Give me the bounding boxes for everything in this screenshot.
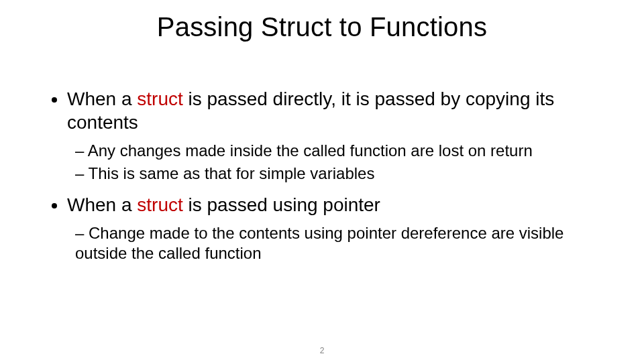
sub-bullet-item: This is same as that for simple variable…	[75, 164, 598, 184]
bullet-text-post: is passed using pointer	[183, 194, 380, 215]
sub-bullet-list: Change made to the contents using pointe…	[67, 223, 598, 263]
bullet-text-pre: When a	[67, 88, 137, 109]
sub-bullet-item: Change made to the contents using pointe…	[75, 223, 598, 263]
bullet-text-pre: When a	[67, 194, 137, 215]
slide: Passing Struct to Functions When a struc…	[0, 0, 644, 362]
sub-bullet-item: Any changes made inside the called funct…	[75, 141, 598, 161]
bullet-item: When a struct is passed using pointer Ch…	[67, 193, 598, 263]
page-number: 2	[0, 346, 644, 355]
bullet-keyword: struct	[137, 88, 182, 109]
bullet-keyword: struct	[137, 194, 182, 215]
slide-content: When a struct is passed directly, it is …	[48, 87, 598, 273]
slide-title: Passing Struct to Functions	[0, 12, 644, 42]
sub-bullet-list: Any changes made inside the called funct…	[67, 141, 598, 184]
bullet-item: When a struct is passed directly, it is …	[67, 87, 598, 184]
bullet-list: When a struct is passed directly, it is …	[48, 87, 598, 263]
